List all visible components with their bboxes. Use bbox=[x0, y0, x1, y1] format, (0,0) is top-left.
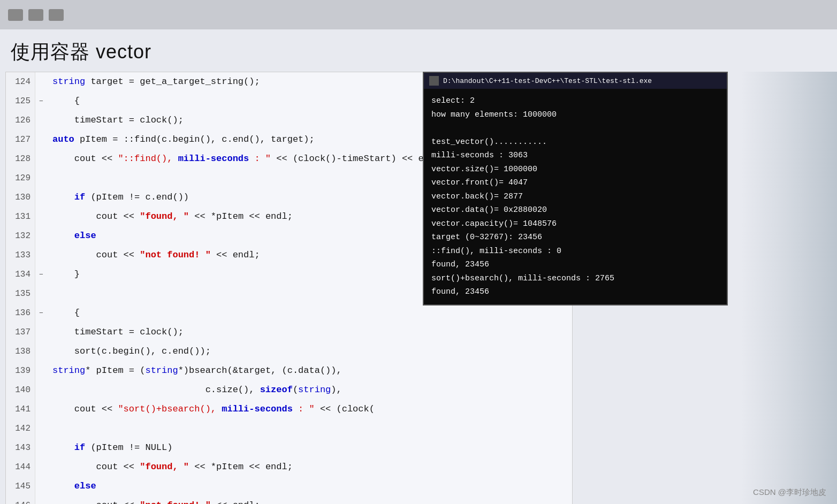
line-num-146: 146 bbox=[6, 496, 35, 504]
line-num-127: 127 bbox=[6, 130, 35, 149]
fold-136[interactable]: − bbox=[35, 309, 47, 317]
code-line-146: 146 cout << "not found! " << endl; bbox=[6, 496, 572, 504]
code-content-130: if (pItem != c.end()) bbox=[47, 188, 189, 207]
code-line-144: 144 cout << "found, " << *pItem << endl; bbox=[6, 457, 572, 477]
terminal-line-1: how many elements: 1000000 bbox=[431, 108, 719, 122]
silhouette bbox=[741, 72, 837, 504]
code-line-142: 142 bbox=[6, 419, 572, 438]
code-content-128: cout << "::find(), milli-seconds : " << … bbox=[47, 149, 446, 169]
code-line-136: 136 − { bbox=[6, 303, 572, 323]
code-content-126: timeStart = clock(); bbox=[47, 111, 184, 130]
terminal-line-3: test_vector()........... bbox=[431, 135, 719, 149]
line-num-136: 136 bbox=[6, 303, 35, 323]
line-num-144: 144 bbox=[6, 457, 35, 477]
line-num-126: 126 bbox=[6, 111, 35, 130]
line-num-130: 130 bbox=[6, 188, 35, 207]
code-content-143: if (pItem != NULL) bbox=[47, 438, 172, 457]
terminal-line-4: milli-seconds : 3063 bbox=[431, 149, 719, 163]
terminal-line-9: vector.capacity()= 1048576 bbox=[431, 217, 719, 231]
line-num-135: 135 bbox=[6, 284, 35, 303]
win-btn-3[interactable] bbox=[49, 9, 64, 21]
slide-title: 使用容器 vector bbox=[0, 29, 837, 72]
code-content-134: } bbox=[47, 265, 80, 284]
terminal-line-0: select: 2 bbox=[431, 94, 719, 108]
line-num-141: 141 bbox=[6, 400, 35, 419]
code-line-140: 140 c.size(), sizeof(string), bbox=[6, 380, 572, 400]
code-content-137: timeStart = clock(); bbox=[47, 323, 184, 342]
code-content-125: { bbox=[47, 91, 80, 111]
terminal-icon bbox=[429, 76, 439, 86]
terminal-line-7: vector.back()= 2877 bbox=[431, 190, 719, 204]
line-num-124: 124 bbox=[6, 72, 35, 91]
code-content-146: cout << "not found! " << endl; bbox=[47, 496, 260, 504]
code-content-140: c.size(), sizeof(string), bbox=[47, 380, 342, 400]
code-content-138: sort(c.begin(), c.end()); bbox=[47, 342, 211, 361]
terminal-body: select: 2 how many elements: 1000000 tes… bbox=[424, 89, 727, 304]
line-num-145: 145 bbox=[6, 477, 35, 496]
terminal-title: D:\handout\C++11-test-DevC++\Test-STL\te… bbox=[443, 77, 652, 85]
terminal-line-5: vector.size()= 1000000 bbox=[431, 163, 719, 177]
code-line-145: 145 else bbox=[6, 477, 572, 496]
line-num-142: 142 bbox=[6, 419, 35, 438]
line-num-143: 143 bbox=[6, 438, 35, 457]
code-content-127: auto pItem = ::find(c.begin(), c.end(), … bbox=[47, 130, 315, 149]
line-num-129: 129 bbox=[6, 169, 35, 188]
line-num-139: 139 bbox=[6, 361, 35, 380]
fold-125[interactable]: − bbox=[35, 97, 47, 105]
code-line-141: 141 cout << "sort()+bsearch(), milli-sec… bbox=[6, 400, 572, 419]
code-line-143: 143 if (pItem != NULL) bbox=[6, 438, 572, 457]
fold-134[interactable]: − bbox=[35, 271, 47, 279]
line-num-133: 133 bbox=[6, 246, 35, 265]
code-content-124: string target = get_a_target_string(); bbox=[47, 72, 260, 91]
line-num-125: 125 bbox=[6, 91, 35, 111]
terminal-line-8: vector.data()= 0x2880020 bbox=[431, 203, 719, 217]
code-content-141: cout << "sort()+bsearch(), milli-seconds… bbox=[47, 400, 375, 419]
code-content-144: cout << "found, " << *pItem << endl; bbox=[47, 457, 293, 477]
line-num-137: 137 bbox=[6, 323, 35, 342]
line-num-132: 132 bbox=[6, 226, 35, 246]
terminal-line-14: found, 23456 bbox=[431, 285, 719, 299]
code-content-136: { bbox=[47, 303, 80, 323]
terminal-titlebar: D:\handout\C++11-test-DevC++\Test-STL\te… bbox=[424, 73, 727, 89]
line-num-128: 128 bbox=[6, 149, 35, 169]
content-area: 124 string target = get_a_target_string(… bbox=[0, 72, 837, 504]
win-btn-2[interactable] bbox=[28, 9, 43, 21]
top-bar bbox=[0, 0, 837, 29]
code-content-132: else bbox=[47, 226, 96, 246]
terminal-window: D:\handout\C++11-test-DevC++\Test-STL\te… bbox=[423, 72, 728, 306]
line-num-134: 134 bbox=[6, 265, 35, 284]
code-content-131: cout << "found, " << *pItem << endl; bbox=[47, 207, 293, 226]
code-line-138: 138 sort(c.begin(), c.end()); bbox=[6, 342, 572, 361]
code-content-145: else bbox=[47, 477, 96, 496]
win-btn-1[interactable] bbox=[8, 9, 23, 21]
terminal-line-12: found, 23456 bbox=[431, 258, 719, 272]
watermark: CSDN @李时珍地皮 bbox=[753, 487, 826, 498]
code-line-137: 137 timeStart = clock(); bbox=[6, 323, 572, 342]
terminal-line-6: vector.front()= 4047 bbox=[431, 176, 719, 190]
line-num-140: 140 bbox=[6, 380, 35, 400]
terminal-line-10: target (0~32767): 23456 bbox=[431, 231, 719, 245]
line-num-131: 131 bbox=[6, 207, 35, 226]
terminal-line-2 bbox=[431, 121, 719, 135]
code-content-133: cout << "not found! " << endl; bbox=[47, 246, 260, 265]
code-line-139: 139 string* pItem = (string*)bsearch(&ta… bbox=[6, 361, 572, 380]
terminal-line-11: ::find(), milli-seconds : 0 bbox=[431, 245, 719, 258]
code-content-139: string* pItem = (string*)bsearch(&target… bbox=[47, 361, 342, 380]
line-num-138: 138 bbox=[6, 342, 35, 361]
terminal-line-13: sort()+bsearch(), milli-seconds : 2765 bbox=[431, 272, 719, 286]
